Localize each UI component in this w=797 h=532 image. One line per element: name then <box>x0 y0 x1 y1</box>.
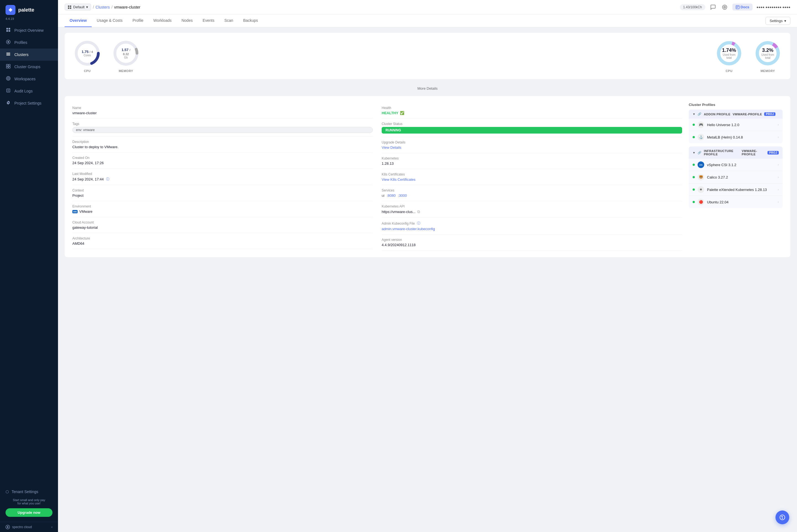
profiles-icon <box>5 40 11 45</box>
workspace-selector[interactable]: Default ▾ <box>65 4 91 11</box>
breadcrumb-clusters-link[interactable]: Clusters <box>95 5 110 10</box>
tab-backups[interactable]: Backups <box>238 14 263 27</box>
port-3000-link[interactable]: :3000 <box>398 193 407 197</box>
svg-rect-27 <box>736 5 739 9</box>
sidebar-item-project-settings[interactable]: Project Settings <box>0 97 58 109</box>
kubeconfig-link[interactable]: admin.vmware-cluster.kubeconfig <box>382 227 682 231</box>
arch-value: AMD64 <box>72 242 373 246</box>
tab-workloads[interactable]: Workloads <box>148 14 177 27</box>
user-info[interactable]: ●●●● ●●●●●●●● ●●●● <box>756 5 790 9</box>
sidebar-item-project-overview[interactable]: Project Overview <box>0 24 58 36</box>
arch-key: Architecture <box>72 236 373 240</box>
desc-value: Cluster to deploy to VMware. <box>72 145 373 149</box>
project-settings-icon <box>5 100 11 106</box>
profile-item-vsphere[interactable]: vm vSphere CSI 3.1.2 › <box>689 159 783 171</box>
sidebar-item-label: Project Overview <box>14 28 43 33</box>
tab-overview[interactable]: Overview <box>65 14 92 27</box>
upgrade-link[interactable]: View Details <box>382 146 682 150</box>
svg-point-39 <box>782 518 783 519</box>
sidebar-item-label: Clusters <box>14 53 29 57</box>
metallb-icon: ⚓ <box>698 134 704 140</box>
sidebar-item-clusters[interactable]: Clusters <box>0 49 58 61</box>
profile-item-hello-universe[interactable]: 🎮 Hello Universe 1.2.0 › <box>689 119 783 131</box>
svg-rect-8 <box>6 55 10 55</box>
collapse-icon[interactable]: ‹ <box>51 525 53 529</box>
tenant-settings-icon: ⬡ <box>5 490 9 494</box>
svg-point-15 <box>8 78 9 79</box>
sidebar-item-workspaces[interactable]: Workspaces <box>0 73 58 85</box>
workspaces-icon <box>5 76 11 82</box>
profile-item-calico[interactable]: 🐯 Calico 3.27.2 › <box>689 171 783 184</box>
status-dot <box>693 201 695 203</box>
cpu-used-label: CPU <box>726 69 733 73</box>
infra-profile-group: ▼ 🔗 INFRASTRUCTURE PROFILE VMWARE-PROFIL… <box>689 147 783 208</box>
detail-info-left: Name vmware-cluster Tags env: vmware Des… <box>72 103 682 250</box>
chevron-right-icon: › <box>778 163 779 167</box>
tab-usage-costs[interactable]: Usage & Costs <box>92 14 127 27</box>
profile-name: Calico 3.27.2 <box>707 175 775 179</box>
profile-item-ubuntu[interactable]: 🔴 Ubuntu 22.04 › <box>689 196 783 208</box>
svg-rect-9 <box>6 64 8 66</box>
status-dot <box>693 176 695 178</box>
upgrade-button[interactable]: Upgrade now <box>5 508 53 517</box>
port-8080-link[interactable]: :8080 <box>387 193 396 197</box>
infra-profile-header[interactable]: ▼ 🔗 INFRASTRUCTURE PROFILE VMWARE-PROFIL… <box>689 147 783 159</box>
logo-icon <box>5 5 16 15</box>
sidebar-item-label: Project Settings <box>14 101 41 106</box>
topbar-right: 1.43/100kCh Docs ●●●● ●●●●●●●● ●●●● <box>680 3 791 11</box>
agent-value: 4.4.9/20240912.1118 <box>382 243 682 247</box>
tab-scan[interactable]: Scan <box>220 14 238 27</box>
chat-icon[interactable] <box>709 3 717 11</box>
tab-nodes[interactable]: Nodes <box>177 14 197 27</box>
context-key: Context <box>72 188 373 192</box>
tag-pill: env: vmware <box>72 127 373 133</box>
k8s-api-key: Kubernetes API <box>382 205 682 208</box>
copy-icon[interactable]: ⧉ <box>417 209 420 214</box>
env-key: Environment <box>72 205 373 208</box>
docs-button[interactable]: Docs <box>732 4 753 11</box>
link-icon: 🔗 <box>698 112 702 116</box>
sidebar-item-profiles[interactable]: Profiles <box>0 36 58 49</box>
vsphere-icon: vm <box>698 162 704 168</box>
memory-cores-stat: 1.57 / 8.32 Gb MEMORY <box>112 39 140 73</box>
addon-profile-group: ▼ 🔗 ADDON PROFILE VMWARE-PROFILE PROJ 🎮 … <box>689 110 783 143</box>
breadcrumb-sep-1: / <box>93 5 94 10</box>
name-value: vmware-cluster <box>72 111 373 115</box>
more-details-link[interactable]: More Details <box>65 83 790 92</box>
cluster-groups-icon <box>5 64 11 70</box>
status-dot <box>693 124 695 126</box>
memory-circle: 1.57 / 8.32 Gb <box>112 39 140 67</box>
health-value: HEALTHY ✅ <box>382 111 682 115</box>
kubeconfig-info-icon[interactable]: ⓘ <box>417 221 420 226</box>
k8s-certs-link[interactable]: View K8s Certificates <box>382 177 682 182</box>
svg-point-26 <box>724 7 725 7</box>
sidebar-item-audit-logs[interactable]: Audit Logs <box>0 85 58 97</box>
tab-events[interactable]: Events <box>198 14 220 27</box>
tenant-settings-item[interactable]: ⬡ Tenant Settings <box>5 487 53 497</box>
addon-profile-header[interactable]: ▼ 🔗 ADDON PROFILE VMWARE-PROFILE PROJ <box>689 110 783 119</box>
settings-button[interactable]: Settings ▾ <box>765 17 790 25</box>
cluster-usage-pill: 1.43/100kCh <box>680 4 705 10</box>
target-icon[interactable] <box>721 3 728 11</box>
logo-text: palette <box>18 7 34 13</box>
sidebar-item-cluster-groups[interactable]: Cluster Groups <box>0 61 58 73</box>
tabbar: Overview Usage & Costs Profile Workloads… <box>58 14 797 27</box>
detail-card: Name vmware-cluster Tags env: vmware Des… <box>65 96 790 257</box>
tab-profile[interactable]: Profile <box>128 14 149 27</box>
svg-point-5 <box>7 41 9 43</box>
profile-item-metallb[interactable]: ⚓ MetalLB (Helm) 0.14.8 › <box>689 131 783 143</box>
context-value: Project <box>72 193 373 197</box>
modified-info-icon[interactable]: ⓘ <box>106 177 109 182</box>
breadcrumb-current-page: vmware-cluster <box>114 5 140 10</box>
status-dot <box>693 188 695 191</box>
profile-item-palette-k8s[interactable]: ✳ Palette eXtended Kubernetes 1.28.13 › <box>689 184 783 196</box>
footer-brand: spectro cloud <box>12 525 32 529</box>
k8s-key: Kubernetes <box>382 156 682 160</box>
topbar: Default ▾ / Clusters / vmware-cluster 1.… <box>58 0 797 14</box>
help-float-button[interactable] <box>776 511 789 524</box>
upgrade-key: Upgrade Details <box>382 140 682 144</box>
detail-col-2: Health HEALTHY ✅ Cluster Status RUNNING … <box>382 103 682 250</box>
stats-card: 1.75 / 4 Cores CPU <box>65 33 790 79</box>
cpu-label: CPU <box>84 69 91 73</box>
addon-type-label: ADDON PROFILE <box>704 113 730 116</box>
